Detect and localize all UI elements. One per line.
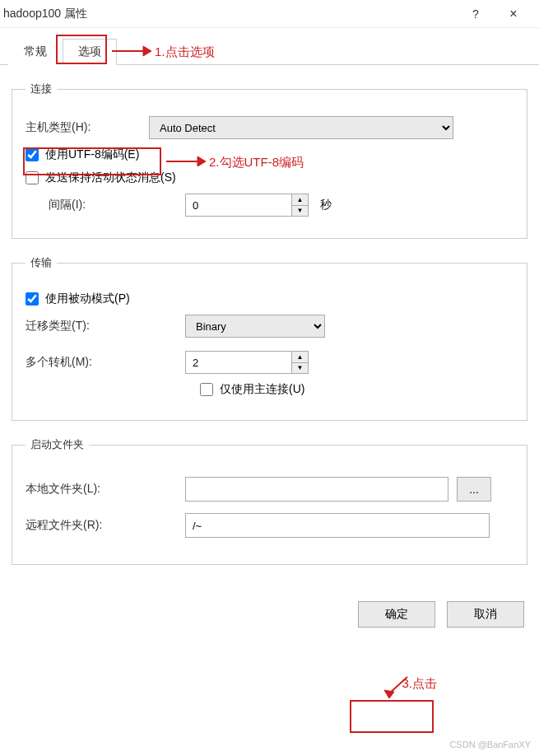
checkbox-utf8[interactable]: [26, 148, 39, 161]
row-host-type: 主机类型(H): Auto Detect: [26, 116, 513, 139]
row-local-folder: 本地文件夹(L): ...: [26, 477, 513, 502]
label-transfer-type: 迁移类型(T):: [26, 319, 149, 334]
tab-options[interactable]: 选项: [63, 39, 117, 65]
label-local-folder: 本地文件夹(L):: [26, 482, 149, 497]
input-multi[interactable]: [185, 351, 292, 374]
checkbox-keepalive[interactable]: [26, 171, 39, 184]
button-bar: 确定 取消: [0, 590, 539, 639]
form-area: 连接 主机类型(H): Auto Detect 使用UTF-8编码(E) 发送保…: [0, 65, 539, 590]
select-host-type[interactable]: Auto Detect: [149, 116, 453, 139]
input-interval[interactable]: [185, 194, 292, 217]
label-interval-unit: 秒: [320, 198, 332, 212]
fieldset-connection: 连接 主机类型(H): Auto Detect 使用UTF-8编码(E) 发送保…: [12, 82, 527, 239]
legend-transfer: 传输: [26, 255, 57, 270]
titlebar: hadoop100 属性 ? ×: [0, 0, 539, 28]
label-passive: 使用被动模式(P): [45, 292, 130, 306]
annotation-text-3: 3.点击: [402, 676, 437, 692]
row-transfer-type: 迁移类型(T): Binary: [26, 315, 513, 338]
checkbox-passive[interactable]: [26, 292, 39, 306]
select-transfer-type[interactable]: Binary: [185, 315, 325, 338]
checkbox-primary-only[interactable]: [200, 383, 213, 396]
row-interval: 间隔(I): ▲▼ 秒: [26, 194, 513, 217]
tab-general[interactable]: 常规: [8, 39, 63, 65]
label-host-type: 主机类型(H):: [26, 120, 149, 135]
window-title: hadoop100 属性: [3, 7, 457, 21]
label-primary-only: 仅使用主连接(U): [220, 382, 304, 397]
checkbox-keepalive-row: 发送保持活动状态消息(S): [26, 170, 513, 185]
svg-line-4: [389, 677, 407, 693]
fieldset-startup: 启动文件夹 本地文件夹(L): ... 远程文件夹(R):: [12, 437, 527, 565]
browse-button[interactable]: ...: [457, 477, 491, 502]
close-button[interactable]: ×: [495, 1, 532, 27]
cancel-button[interactable]: 取消: [447, 601, 524, 628]
label-interval: 间隔(I):: [26, 198, 149, 212]
tab-row: 常规 选项: [0, 28, 539, 65]
spinner-multi[interactable]: ▲▼: [292, 351, 309, 374]
input-local-folder[interactable]: [185, 477, 448, 502]
annotation-box-3: [350, 700, 434, 733]
watermark: CSDN @BanFanXY: [449, 740, 531, 749]
checkbox-primary-row: 仅使用主连接(U): [164, 382, 513, 397]
input-remote-folder[interactable]: [185, 513, 490, 538]
row-remote-folder: 远程文件夹(R):: [26, 513, 513, 538]
help-button[interactable]: ?: [457, 1, 495, 27]
legend-connection: 连接: [26, 82, 57, 96]
checkbox-utf8-row: 使用UTF-8编码(E): [26, 147, 513, 162]
label-multi: 多个转机(M):: [26, 355, 149, 370]
label-utf8: 使用UTF-8编码(E): [45, 147, 139, 162]
spinner-interval[interactable]: ▲▼: [292, 194, 309, 217]
checkbox-passive-row: 使用被动模式(P): [26, 292, 513, 306]
ok-button[interactable]: 确定: [358, 601, 435, 628]
label-keepalive: 发送保持活动状态消息(S): [45, 170, 176, 185]
svg-marker-5: [384, 690, 394, 698]
row-multi: 多个转机(M): ▲▼: [26, 351, 513, 374]
legend-startup: 启动文件夹: [26, 437, 89, 452]
label-remote-folder: 远程文件夹(R):: [26, 518, 149, 533]
arrow-icon: [383, 674, 416, 698]
fieldset-transfer: 传输 使用被动模式(P) 迁移类型(T): Binary 多个转机(M): ▲▼…: [12, 255, 527, 421]
